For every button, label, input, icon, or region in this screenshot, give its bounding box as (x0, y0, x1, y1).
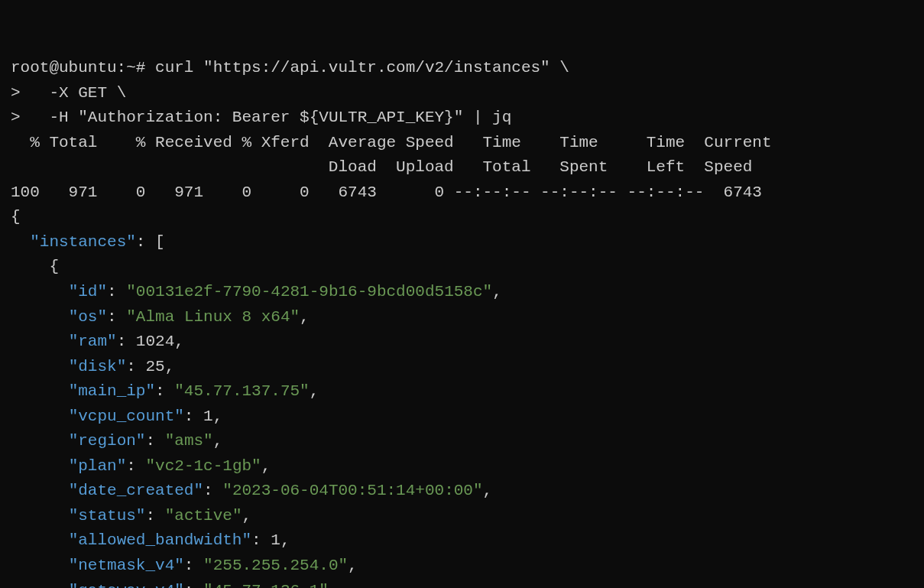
terminal-output[interactable]: root@ubuntu:~# curl "https://api.vultr.c… (11, 56, 913, 588)
curl-progress-row: 100 971 0 971 0 0 6743 0 --:--:-- --:--:… (11, 184, 762, 201)
json-instances-key-line: "instances": [ (11, 233, 165, 251)
prompt-line-1: root@ubuntu:~# curl "https://api.vultr.c… (11, 59, 569, 76)
json-item-lines: "id": "00131e2f-7790-4281-9b16-9bcd00d51… (11, 283, 502, 588)
curl-progress-header-1: % Total % Received % Xferd Average Speed… (11, 134, 772, 151)
prompt-line-2: > -X GET \ (11, 84, 126, 102)
json-open-brace: { (11, 208, 21, 226)
json-object-open: { (11, 258, 59, 275)
prompt-line-3: > -H "Authorization: Bearer ${VULTR_API_… (11, 109, 511, 126)
curl-progress-header-2: Dload Upload Total Spent Left Speed (11, 158, 752, 176)
